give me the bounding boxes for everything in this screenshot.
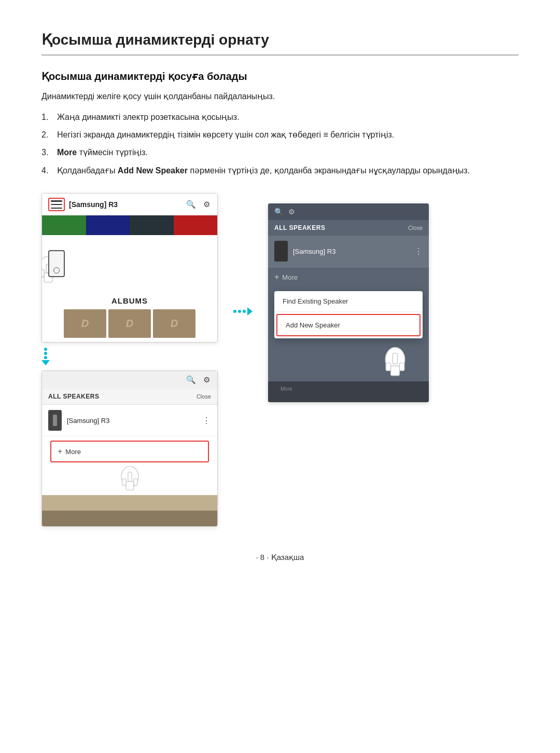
color-seg-3 <box>130 215 174 235</box>
arrow-dot-2 <box>44 352 47 355</box>
all-speakers-header: ALL SPEAKERS Close <box>42 389 217 405</box>
hand-container-right <box>268 343 429 381</box>
speaker-row: [Samsung] R3 ⋮ <box>42 405 217 436</box>
arrow-dot-h-2 <box>238 310 241 313</box>
arrow-dot-h-3 <box>243 310 246 313</box>
color-seg-2 <box>86 215 130 235</box>
right-all-speakers-header: ALL SPEAKERS Close <box>268 220 429 236</box>
step-4-bold: Add New Speaker <box>118 166 188 175</box>
step-text-1: Жаңа динамикті электр розеткасына қосыңы… <box>57 111 519 124</box>
hamburger-line-2 <box>51 204 62 206</box>
right-speaker-icon <box>274 241 288 262</box>
header-icons: 🔍 ⚙ <box>186 200 211 209</box>
speaker-icon-inner <box>53 415 57 426</box>
right-app-screen: 🔍 ⚙ ALL SPEAKERS Close [Samsung] R3 ⋮ + … <box>268 203 429 402</box>
page-footer: · 8 · Қазақша <box>41 553 519 562</box>
left-illustration: [Samsung] R3 🔍 ⚙ <box>41 193 218 527</box>
svg-rect-8 <box>133 479 137 486</box>
step-3-bold: More <box>57 148 77 157</box>
top-app-screen: [Samsung] R3 🔍 ⚙ <box>41 193 218 343</box>
album-thumb-3: D <box>153 309 195 338</box>
search-icon: 🔍 <box>186 200 195 209</box>
arrow-dot-h-1 <box>233 310 236 313</box>
step-num-1: 1. <box>41 111 53 124</box>
intro-text: Динамиктерді желіге қосу үшін қолданбаны… <box>41 90 519 103</box>
arrow-chevron-right <box>247 307 253 316</box>
step-3-after: түймесін түртіңіз. <box>77 148 148 157</box>
speaker-icon <box>48 410 62 431</box>
step-4-before: Қолданбадағы <box>57 166 118 175</box>
svg-rect-7 <box>122 479 125 486</box>
arrow-chevron-down <box>41 360 50 365</box>
arrow-down-container <box>41 343 50 371</box>
more-label: More <box>65 448 81 456</box>
right-app-top-bar: 🔍 ⚙ <box>268 203 429 220</box>
arrow-down <box>41 348 50 365</box>
close-button[interactable]: Close <box>197 393 211 400</box>
plus-icon: + <box>58 447 62 456</box>
find-existing-item[interactable]: Find Existing Speaker <box>274 291 423 312</box>
step-text-2: Негізгі экранда динамиктердің тізімін кө… <box>57 128 519 142</box>
bottom-search-icon: 🔍 <box>186 375 195 385</box>
bottom-app-screen: 🔍 ⚙ ALL SPEAKERS Close [Samsung] R3 ⋮ <box>41 371 218 527</box>
hamburger-line-3 <box>51 208 62 209</box>
step-2: 2. Негізгі экранда динамиктердің тізімін… <box>41 128 519 142</box>
hamburger-line-1 <box>51 200 62 202</box>
albums-section: ALBUMS D D D <box>42 292 217 342</box>
app-header-left: [Samsung] R3 <box>48 198 118 211</box>
dropdown-popup: Find Existing Speaker Add New Speaker <box>274 291 423 338</box>
right-speaker-name: [Samsung] R3 <box>293 248 409 255</box>
bottom-settings-icon: ⚙ <box>202 375 211 385</box>
albums-title: ALBUMS <box>48 296 211 305</box>
right-three-dots[interactable]: ⋮ <box>414 247 423 256</box>
more-bottom-text: More <box>274 384 299 394</box>
album-thumbs: D D D <box>48 309 211 338</box>
svg-rect-9 <box>128 472 131 482</box>
svg-rect-6 <box>126 482 134 490</box>
step-1: 1. Жаңа динамикті электр розеткасына қос… <box>41 111 519 124</box>
album-thumb-2: D <box>108 309 151 338</box>
color-seg-4 <box>174 215 218 235</box>
bottom-app-header: 🔍 ⚙ <box>42 371 217 389</box>
right-dark-area: More <box>268 381 429 402</box>
right-illustration: 🔍 ⚙ ALL SPEAKERS Close [Samsung] R3 ⋮ + … <box>268 203 429 402</box>
right-settings-icon: ⚙ <box>288 208 295 216</box>
step-num-3: 3. <box>41 146 53 159</box>
right-speaker-row: [Samsung] R3 ⋮ <box>268 236 429 267</box>
color-seg-1 <box>42 215 86 235</box>
add-new-speaker-item[interactable]: Add New Speaker <box>276 314 421 336</box>
right-plus-icon: + <box>274 272 279 282</box>
phone-icon-area <box>42 235 217 292</box>
svg-rect-11 <box>391 366 400 376</box>
more-row-highlighted[interactable]: + More <box>50 441 209 462</box>
bottom-header-icons: 🔍 ⚙ <box>186 375 211 385</box>
right-all-speakers-title: ALL SPEAKERS <box>274 224 325 231</box>
illustration-container: [Samsung] R3 🔍 ⚙ <box>41 193 519 527</box>
section-title: Қосымша динамиктерді қосуға болады <box>41 70 519 83</box>
step-text-4: Қолданбадағы Add New Speaker пәрменін тү… <box>57 164 519 177</box>
app-header: [Samsung] R3 🔍 ⚙ <box>42 194 217 215</box>
speaker-name: [Samsung] R3 <box>67 417 197 425</box>
arrow-right-container <box>228 307 258 316</box>
settings-icon: ⚙ <box>202 200 211 209</box>
step-num-4: 4. <box>41 164 53 177</box>
svg-rect-2 <box>41 269 44 277</box>
arrow-right <box>233 307 253 316</box>
hand-svg-bottom <box>116 461 144 495</box>
hamburger-icon <box>51 200 62 209</box>
right-header-icons: 🔍 ⚙ <box>274 208 295 216</box>
three-dots-button[interactable]: ⋮ <box>202 416 211 426</box>
arrow-dot-3 <box>44 356 47 359</box>
right-more-label: More <box>282 273 298 281</box>
steps-list: 1. Жаңа динамикті электр розеткасына қос… <box>41 111 519 178</box>
hand-container-bottom <box>42 461 217 495</box>
step-text-3: More түймесін түртіңіз. <box>57 146 519 159</box>
bottom-dark-area <box>42 495 217 526</box>
right-close-btn[interactable]: Close <box>408 225 423 231</box>
page-title: Қосымша динамиктерді орнату <box>41 31 519 56</box>
hamburger-box <box>48 198 65 211</box>
all-speakers-title: ALL SPEAKERS <box>48 393 99 400</box>
svg-rect-12 <box>386 363 390 371</box>
hand-svg-right <box>377 343 413 381</box>
right-more-bottom: More <box>268 381 429 395</box>
